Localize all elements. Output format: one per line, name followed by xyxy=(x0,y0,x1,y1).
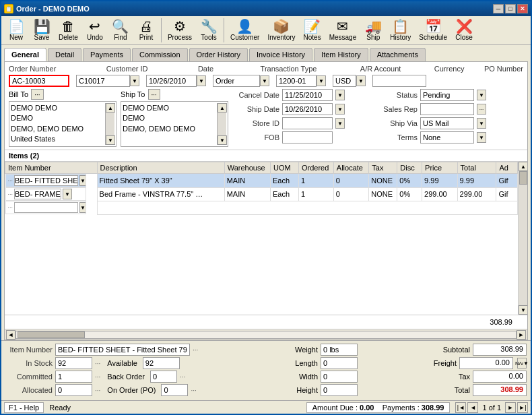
ship-to-button[interactable]: ··· xyxy=(148,89,160,100)
find-button[interactable]: 🔍 Find xyxy=(108,18,133,43)
ship-to-scroll-up[interactable]: ▲ xyxy=(218,103,227,113)
tab-payments[interactable]: Payments xyxy=(83,48,131,61)
customer-button[interactable]: 👤 Customer xyxy=(227,18,263,43)
items-scrollbar-v[interactable]: ▲ ▼ xyxy=(518,162,527,315)
maximize-button[interactable]: □ xyxy=(505,4,516,13)
terms-dropdown[interactable]: ▼ xyxy=(477,132,486,143)
minimize-button[interactable]: ─ xyxy=(493,4,504,13)
detail-committed-input[interactable] xyxy=(55,371,92,383)
store-id-input[interactable] xyxy=(282,117,333,129)
customer-id-input[interactable] xyxy=(76,75,130,87)
detail-allocated-dots[interactable]: ··· xyxy=(95,387,100,394)
status-dropdown[interactable]: ▼ xyxy=(477,90,486,100)
row2-item-dropdown[interactable]: ▼ xyxy=(63,189,72,199)
row1-item-dropdown[interactable]: ▼ xyxy=(79,175,86,186)
row2-item-number-input[interactable] xyxy=(14,189,61,199)
cancel-date-dropdown[interactable]: ▼ xyxy=(335,90,345,100)
row1-item-number-input[interactable] xyxy=(14,175,78,186)
currency-dropdown[interactable]: ▼ xyxy=(356,75,366,86)
tab-detail[interactable]: Detail xyxy=(48,48,81,61)
tab-item-history[interactable]: Item History xyxy=(314,48,368,61)
schedule-button[interactable]: 📅 Schedule xyxy=(415,18,451,43)
customer-id-dropdown[interactable]: ▼ xyxy=(130,75,139,86)
detail-on-order-dots[interactable]: ··· xyxy=(191,387,196,394)
date-input[interactable] xyxy=(146,75,197,87)
length-input[interactable] xyxy=(321,357,358,369)
order-number-input[interactable] xyxy=(9,75,69,87)
save-button[interactable]: 💾 Save xyxy=(30,18,54,43)
scroll-right-btn[interactable]: ► xyxy=(517,330,526,340)
detail-back-order-dots[interactable]: ··· xyxy=(180,373,185,381)
detail-item-number-dots[interactable]: ··· xyxy=(193,346,198,354)
tab-order-history[interactable]: Order History xyxy=(189,48,248,61)
cancel-date-input[interactable] xyxy=(282,89,333,101)
ar-account-dropdown[interactable]: ▼ xyxy=(317,75,326,86)
sales-rep-input[interactable] xyxy=(420,103,474,115)
date-dropdown[interactable]: ▼ xyxy=(197,75,206,86)
h-scrollbar[interactable]: ◄ ► xyxy=(5,329,527,340)
detail-on-order-input[interactable] xyxy=(161,384,188,396)
bill-to-scroll-up[interactable]: ▲ xyxy=(106,103,115,113)
last-page-btn[interactable]: ►| xyxy=(517,402,528,413)
scroll-up-btn[interactable]: ▲ xyxy=(519,162,527,171)
detail-available-input[interactable] xyxy=(143,357,180,369)
ship-button[interactable]: 🚚 Ship xyxy=(361,18,385,43)
tab-general[interactable]: General xyxy=(4,48,46,61)
tools-button[interactable]: 🔧 Tools xyxy=(197,18,221,43)
detail-back-order-input[interactable] xyxy=(150,371,177,383)
tab-commission[interactable]: Commission xyxy=(132,48,188,61)
close-button[interactable]: ❌ Close xyxy=(452,18,476,43)
history-button[interactable]: 📋 History xyxy=(387,18,414,43)
tab-attachments[interactable]: Attachments xyxy=(370,48,426,61)
sales-rep-button[interactable]: ··· xyxy=(477,104,486,115)
detail-allocated-input[interactable] xyxy=(55,384,92,396)
undo-button[interactable]: ↩ Undo xyxy=(83,18,107,43)
scroll-down-btn[interactable]: ▼ xyxy=(519,305,527,315)
delete-button[interactable]: 🗑 Delete xyxy=(55,18,81,43)
store-id-dropdown[interactable]: ▼ xyxy=(335,118,345,129)
ar-account-input[interactable] xyxy=(276,75,317,87)
new-button[interactable]: 📄 New xyxy=(4,18,28,43)
currency-input[interactable] xyxy=(333,75,356,87)
ship-date-dropdown[interactable]: ▼ xyxy=(335,104,345,115)
close-window-button[interactable]: ✕ xyxy=(517,4,528,13)
table-row-empty[interactable]: ··· ▼ xyxy=(5,201,518,214)
terms-input[interactable] xyxy=(420,131,474,143)
ship-via-input[interactable] xyxy=(420,117,474,129)
inventory-button[interactable]: 📦 Inventory xyxy=(264,18,298,43)
ship-via-dropdown[interactable]: ▼ xyxy=(477,118,486,129)
notes-button[interactable]: 📝 Notes xyxy=(300,18,325,43)
row3-item-number-input[interactable] xyxy=(14,202,78,213)
po-number-input[interactable] xyxy=(372,75,426,87)
detail-in-stock-dots[interactable]: ··· xyxy=(95,360,100,367)
h-scroll-track[interactable] xyxy=(15,331,517,339)
ship-to-scroll-down[interactable]: ▼ xyxy=(218,135,227,145)
help-text[interactable]: F1 - Help xyxy=(4,402,44,413)
bill-to-button[interactable]: ··· xyxy=(31,89,43,100)
fob-input[interactable] xyxy=(282,131,333,143)
width-input[interactable] xyxy=(321,371,358,383)
detail-item-number-input[interactable] xyxy=(55,344,190,356)
table-row[interactable]: ··· ▼ Fitted Sheet 79" X 39" MAIN xyxy=(5,174,518,188)
freight-dropdown[interactable]: N/v▼ xyxy=(517,358,527,369)
transaction-type-input[interactable] xyxy=(213,75,260,87)
scroll-left-btn[interactable]: ◄ xyxy=(6,330,15,340)
bill-to-scroll-down[interactable]: ▼ xyxy=(106,135,115,145)
first-page-btn[interactable]: |◄ xyxy=(455,402,466,413)
message-button[interactable]: ✉ Message xyxy=(326,18,360,43)
row3-item-dropdown[interactable]: ▼ xyxy=(79,202,86,213)
height-input[interactable] xyxy=(321,384,358,396)
print-button[interactable]: 🖨 Print xyxy=(134,18,158,43)
tab-invoice-history[interactable]: Invoice History xyxy=(249,48,312,61)
next-page-btn[interactable]: ► xyxy=(505,402,516,413)
ship-date-input[interactable] xyxy=(282,103,333,115)
status-input[interactable] xyxy=(420,89,474,101)
weight-input[interactable] xyxy=(321,344,358,356)
table-row[interactable]: ··· ▼ Bed Frame - VINSTRA 77.5" X 55.6" xyxy=(5,187,518,201)
prev-page-btn[interactable]: ◄ xyxy=(467,402,478,413)
detail-in-stock-input[interactable] xyxy=(55,357,92,369)
detail-committed-dots[interactable]: ··· xyxy=(95,373,100,381)
transaction-type-dropdown[interactable]: ▼ xyxy=(260,75,269,86)
process-button[interactable]: ⚙ Process xyxy=(164,18,195,43)
table-scroll-area[interactable]: Item Number Description Warehouse UOM Or… xyxy=(5,162,518,315)
